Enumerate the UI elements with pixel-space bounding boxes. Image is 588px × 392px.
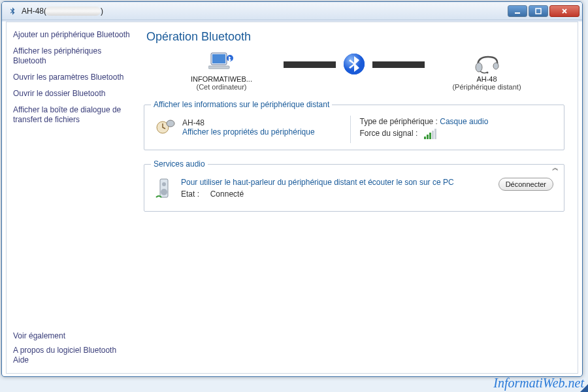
device-info-group: Afficher les informations sur le périphé… (144, 100, 564, 150)
window-title-suffix: ) (101, 7, 103, 16)
sidebar-see-also: Voir également (13, 331, 131, 340)
audio-services-legend: Services audio (151, 159, 208, 169)
svg-rect-1 (536, 8, 541, 14)
connection-line-right (372, 63, 425, 66)
headset-clock-icon (155, 117, 176, 142)
client-area: Ajouter un périphérique Bluetooth Affich… (6, 22, 578, 374)
svg-point-12 (167, 120, 174, 127)
sidebar-link-help[interactable]: Aide (13, 355, 29, 365)
signal-strength-icon (424, 129, 436, 139)
audio-services-group: Services audio ︽ Pour utiliser le haut-p… (144, 159, 564, 212)
window-title-redacted (45, 7, 101, 16)
this-computer-name: INFORMATIWEB... (166, 75, 277, 83)
device-type-value[interactable]: Casque audio (440, 117, 488, 126)
signal-strength-label: Force du signal : (360, 129, 418, 138)
speaker-icon (155, 178, 173, 202)
info-device-name: AH-48 (182, 118, 315, 127)
use-speaker-link[interactable]: Pour utiliser le haut-parleur du périphé… (181, 178, 491, 187)
maximize-button[interactable] (529, 5, 548, 17)
sidebar-link-show-devices[interactable]: Afficher les périphériques Bluetooth (13, 46, 131, 66)
sidebar-link-open-settings[interactable]: Ouvrir les paramètres Bluetooth (13, 73, 131, 82)
bluetooth-badge-icon (342, 52, 366, 78)
headset-icon (431, 50, 542, 74)
sidebar: Ajouter un périphérique Bluetooth Affich… (7, 22, 137, 373)
remote-device-name: AH-48 (431, 75, 542, 83)
connection-line-left (284, 63, 336, 66)
sidebar-link-transfer-dialog[interactable]: Afficher la boîte de dialogue de transfe… (13, 105, 131, 125)
this-computer: INFORMATIWEB... (Cet ordinateur) (166, 50, 277, 91)
svg-point-9 (493, 63, 498, 69)
minimize-button[interactable] (508, 5, 527, 17)
bluetooth-icon (7, 6, 18, 16)
disconnect-button[interactable]: Déconnecter (498, 178, 553, 191)
svg-rect-0 (515, 12, 520, 14)
window-controls (506, 5, 580, 17)
svg-rect-4 (208, 66, 229, 69)
collapse-icon[interactable]: ︽ (551, 162, 560, 174)
status-value: Connecté (210, 189, 244, 199)
system-tray-arrow-icon (580, 384, 588, 392)
svg-point-15 (161, 189, 167, 195)
device-properties-link[interactable]: Afficher les propriétés du périphérique (182, 127, 315, 137)
remote-device: AH-48 (Périphérique distant) (431, 50, 542, 91)
svg-point-14 (162, 182, 166, 186)
device-info-legend: Afficher les informations sur le périphé… (151, 100, 332, 109)
window: AH-48( ) Ajouter un périphérique Bluetoo… (1, 1, 583, 377)
watermark: InformatiWeb.net (493, 376, 584, 391)
page-title: Opération Bluetooth (146, 30, 564, 44)
svg-point-10 (487, 72, 489, 74)
this-computer-sub: (Cet ordinateur) (166, 83, 277, 91)
computer-icon (166, 50, 277, 74)
sidebar-link-about[interactable]: A propos du logiciel Bluetooth (13, 346, 116, 355)
close-button[interactable] (549, 5, 580, 17)
sidebar-link-add-device[interactable]: Ajouter un périphérique Bluetooth (13, 30, 131, 40)
window-title-prefix: AH-48( (22, 7, 46, 16)
titlebar[interactable]: AH-48( ) (2, 2, 582, 20)
remote-device-sub: (Périphérique distant) (431, 83, 542, 91)
status-label: Etat : (181, 189, 199, 199)
svg-rect-3 (212, 54, 225, 63)
svg-point-8 (476, 63, 482, 72)
connection-diagram: INFORMATIWEB... (Cet ordinateur) (144, 50, 564, 91)
sidebar-link-open-folder[interactable]: Ouvrir le dossier Bluetooth (13, 89, 131, 99)
main-panel: Opération Bluetooth INFORMATIWEB... (Cet (137, 22, 578, 373)
device-type-label: Type de périphérique : (360, 117, 438, 126)
